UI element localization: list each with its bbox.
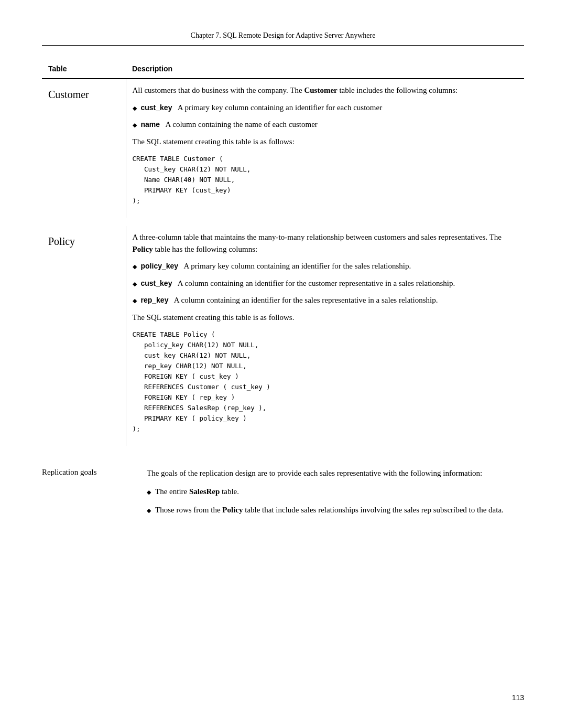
- diamond-icon: ◆: [133, 104, 137, 113]
- policy-inline-ref: Policy: [133, 245, 153, 253]
- customer-code-block: CREATE TABLE Customer ( Cust_key CHAR(12…: [133, 152, 518, 208]
- replication-content: The goals of the replication design are …: [147, 467, 524, 522]
- bullet-content: cust_key A primary key column containing…: [141, 102, 383, 114]
- customer-inline-ref: Customer: [304, 86, 337, 94]
- bullet-content: cust_key A column containing an identifi…: [141, 277, 455, 290]
- list-item: ◆ policy_key A primary key column contai…: [133, 260, 518, 272]
- customer-bullet-list: ◆ cust_key A primary key column containi…: [133, 102, 518, 131]
- policy-ref: Policy: [222, 506, 243, 514]
- policy-intro: A three-column table that maintains the …: [133, 231, 518, 255]
- list-item: ◆ cust_key A column containing an identi…: [133, 277, 518, 290]
- bullet-content: name A column containing the name of eac…: [141, 119, 318, 131]
- list-item: ◆ cust_key A primary key column containi…: [133, 102, 518, 114]
- customer-intro: All customers that do business with the …: [133, 84, 518, 97]
- replication-intro: The goals of the replication design are …: [147, 467, 524, 479]
- list-item: ◆ Those rows from the Policy table that …: [147, 504, 524, 516]
- row-table-name-policy: Policy: [42, 226, 126, 446]
- diamond-icon: ◆: [147, 506, 151, 515]
- row-desc-policy: A three-column table that maintains the …: [126, 226, 524, 446]
- policy-sql-intro: The SQL statement creating this table is…: [133, 312, 518, 324]
- salesrep-ref: SalesRep: [189, 487, 220, 496]
- page: Chapter 7. SQL Remote Design for Adaptiv…: [0, 0, 566, 728]
- main-content-table: Table Description Customer All customers…: [42, 61, 524, 446]
- term-policy-key: policy_key: [141, 262, 179, 270]
- replication-label: Replication goals: [42, 467, 147, 477]
- term-rep-key: rep_key: [141, 296, 169, 304]
- replication-section: Replication goals The goals of the repli…: [42, 467, 524, 522]
- policy-bullet-list: ◆ policy_key A primary key column contai…: [133, 260, 518, 306]
- diamond-icon: ◆: [133, 262, 137, 271]
- list-item: ◆ name A column containing the name of e…: [133, 119, 518, 131]
- list-item: ◆ The entire SalesRep table.: [147, 486, 524, 498]
- rep-bullet-2: Those rows from the Policy table that in…: [155, 504, 504, 516]
- bullet-content: policy_key A primary key column containi…: [141, 260, 411, 272]
- chapter-header: Chapter 7. SQL Remote Design for Adaptiv…: [42, 31, 524, 46]
- row-table-name-customer: Customer: [42, 79, 126, 218]
- term-cust-key: cust_key: [141, 103, 172, 112]
- policy-code-block: CREATE TABLE Policy ( policy_key CHAR(12…: [133, 327, 518, 436]
- rep-bullet-1: The entire SalesRep table.: [155, 486, 239, 498]
- row-desc-customer: All customers that do business with the …: [126, 79, 524, 218]
- table-row: Customer All customers that do business …: [42, 79, 524, 218]
- customer-sql-code: CREATE TABLE Customer ( Cust_key CHAR(12…: [133, 154, 518, 206]
- policy-sql-code: CREATE TABLE Policy ( policy_key CHAR(12…: [133, 329, 518, 434]
- diamond-icon: ◆: [133, 280, 137, 288]
- customer-sql-intro: The SQL statement creating this table is…: [133, 136, 518, 148]
- spacer-row: [42, 218, 524, 226]
- col-header-description: Description: [126, 61, 524, 79]
- chapter-title: Chapter 7. SQL Remote Design for Adaptiv…: [191, 31, 376, 39]
- table-row: Policy A three-column table that maintai…: [42, 226, 524, 446]
- list-item: ◆ rep_key A column containing an identif…: [133, 294, 518, 306]
- col-header-table: Table: [42, 61, 126, 79]
- diamond-icon: ◆: [147, 488, 151, 497]
- page-number: 113: [512, 693, 524, 702]
- diamond-icon: ◆: [133, 121, 137, 130]
- term-name: name: [141, 120, 160, 129]
- term-cust-key-policy: cust_key: [141, 279, 172, 287]
- diamond-icon: ◆: [133, 296, 137, 305]
- replication-bullet-list: ◆ The entire SalesRep table. ◆ Those row…: [147, 486, 524, 516]
- bullet-content: rep_key A column containing an identifie…: [141, 294, 438, 306]
